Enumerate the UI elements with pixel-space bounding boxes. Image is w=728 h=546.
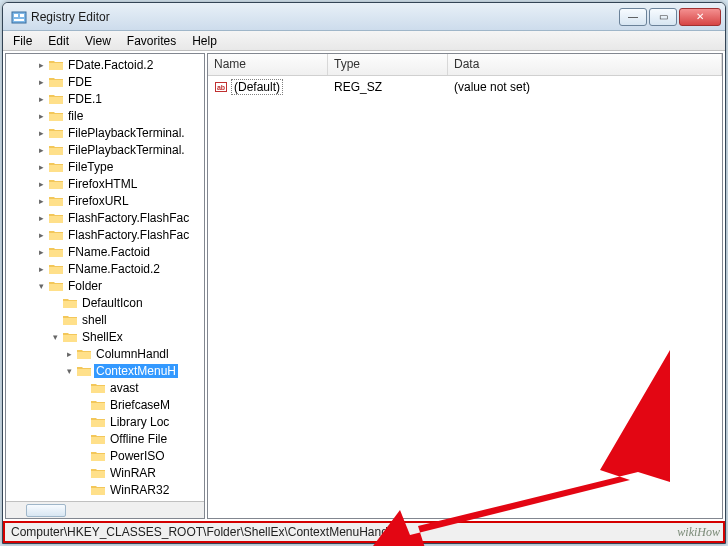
list-header: Name Type Data [208,54,722,76]
close-button[interactable]: ✕ [679,8,721,26]
tree-item-label: shell [80,313,109,327]
expand-icon[interactable]: ▸ [36,178,47,189]
folder-icon [49,127,63,139]
column-type[interactable]: Type [328,54,448,75]
expand-icon[interactable]: ▸ [36,127,47,138]
menu-favorites[interactable]: Favorites [119,32,184,50]
tree-item-label: Offline File [108,432,169,446]
tree-item[interactable]: ▸file [6,107,204,124]
tree-item[interactable]: ▸FName.Factoid.2 [6,260,204,277]
tree-item[interactable]: ▸ColumnHandl [6,345,204,362]
tree-item-label: Library Loc [108,415,171,429]
expand-icon[interactable]: ▸ [36,246,47,257]
tree-item-label: file [66,109,85,123]
folder-icon [49,229,63,241]
tree-item[interactable]: DefaultIcon [6,294,204,311]
tree-item-label: FilePlaybackTerminal. [66,143,187,157]
tree-item-label: avast [108,381,141,395]
tree-item[interactable]: PowerISO [6,447,204,464]
folder-icon [91,450,105,462]
folder-icon [63,314,77,326]
status-path: Computer\HKEY_CLASSES_ROOT\Folder\ShellE… [11,525,407,539]
folder-icon [91,467,105,479]
tree-item[interactable]: ▸FName.Factoid [6,243,204,260]
tree-item[interactable]: ▸FileType [6,158,204,175]
folder-icon [49,246,63,258]
tree-item-label: ColumnHandl [94,347,171,361]
tree-item-label: FName.Factoid.2 [66,262,162,276]
expand-icon[interactable]: ▸ [36,110,47,121]
folder-icon [49,144,63,156]
folder-icon [77,348,91,360]
expand-icon[interactable]: ▸ [36,212,47,223]
tree-item[interactable]: ▾ContextMenuH [6,362,204,379]
tree-item[interactable]: WinRAR32 [6,481,204,498]
menu-edit[interactable]: Edit [40,32,77,50]
tree-item-label: BriefcaseM [108,398,172,412]
expand-icon[interactable]: ▸ [36,263,47,274]
svg-rect-3 [14,19,24,21]
folder-icon [49,93,63,105]
tree-item[interactable]: BriefcaseM [6,396,204,413]
tree-item[interactable]: ▸FlashFactory.FlashFac [6,226,204,243]
app-icon [11,9,27,25]
value-name: (Default) [231,79,283,95]
tree-item-label: FDE [66,75,94,89]
expand-icon[interactable]: ▸ [36,195,47,206]
statusbar: Computer\HKEY_CLASSES_ROOT\Folder\ShellE… [3,521,725,543]
list-body[interactable]: ab(Default)REG_SZ(value not set) [208,76,722,518]
tree-item[interactable]: shell [6,311,204,328]
tree-item-label: DefaultIcon [80,296,145,310]
folder-icon [49,110,63,122]
tree-item[interactable]: ▾Folder [6,277,204,294]
expand-icon[interactable]: ▸ [36,59,47,70]
menu-help[interactable]: Help [184,32,225,50]
tree-item-label: WinRAR32 [108,483,171,497]
folder-icon [49,263,63,275]
tree-item-label: FileType [66,160,115,174]
menubar: File Edit View Favorites Help [3,31,725,51]
collapse-icon[interactable]: ▾ [64,365,75,376]
collapse-icon[interactable]: ▾ [50,331,61,342]
expand-icon[interactable]: ▸ [36,144,47,155]
expand-icon[interactable]: ▸ [36,93,47,104]
menu-view[interactable]: View [77,32,119,50]
tree-item[interactable]: ▸FDate.Factoid.2 [6,56,204,73]
expand-icon[interactable]: ▸ [36,229,47,240]
list-row[interactable]: ab(Default)REG_SZ(value not set) [208,78,722,96]
menu-file[interactable]: File [5,32,40,50]
maximize-button[interactable]: ▭ [649,8,677,26]
tree-view[interactable]: ▸FDate.Factoid.2▸FDE▸FDE.1▸file▸FilePlay… [6,54,204,501]
tree-item[interactable]: Offline File [6,430,204,447]
tree-item[interactable]: ▸FlashFactory.FlashFac [6,209,204,226]
tree-item[interactable]: ▸FilePlaybackTerminal. [6,124,204,141]
minimize-button[interactable]: — [619,8,647,26]
svg-rect-1 [14,14,18,17]
tree-item-label: FilePlaybackTerminal. [66,126,187,140]
scrollbar-thumb[interactable] [26,504,66,517]
tree-item[interactable]: avast [6,379,204,396]
tree-item[interactable]: WinRAR [6,464,204,481]
tree-item[interactable]: ▾ShellEx [6,328,204,345]
tree-item[interactable]: Library Loc [6,413,204,430]
tree-item[interactable]: ▸FirefoxURL [6,192,204,209]
folder-icon [49,59,63,71]
column-name[interactable]: Name [208,54,328,75]
column-data[interactable]: Data [448,54,722,75]
expand-icon[interactable]: ▸ [36,161,47,172]
tree-item[interactable]: ▸FDE.1 [6,90,204,107]
collapse-icon[interactable]: ▾ [36,280,47,291]
value-data: (value not set) [448,80,722,94]
tree-item[interactable]: ▸FirefoxHTML [6,175,204,192]
body: ▸FDate.Factoid.2▸FDE▸FDE.1▸file▸FilePlay… [3,51,725,521]
tree-horizontal-scrollbar[interactable] [6,501,204,518]
tree-item-label: FName.Factoid [66,245,152,259]
expand-icon[interactable]: ▸ [64,348,75,359]
tree-item-label: WinRAR [108,466,158,480]
folder-icon [49,280,63,292]
tree-item[interactable]: ▸FDE [6,73,204,90]
expand-icon[interactable]: ▸ [36,76,47,87]
titlebar[interactable]: Registry Editor — ▭ ✕ [3,3,725,31]
tree-item[interactable]: ▸FilePlaybackTerminal. [6,141,204,158]
tree-item-label: FlashFactory.FlashFac [66,211,191,225]
